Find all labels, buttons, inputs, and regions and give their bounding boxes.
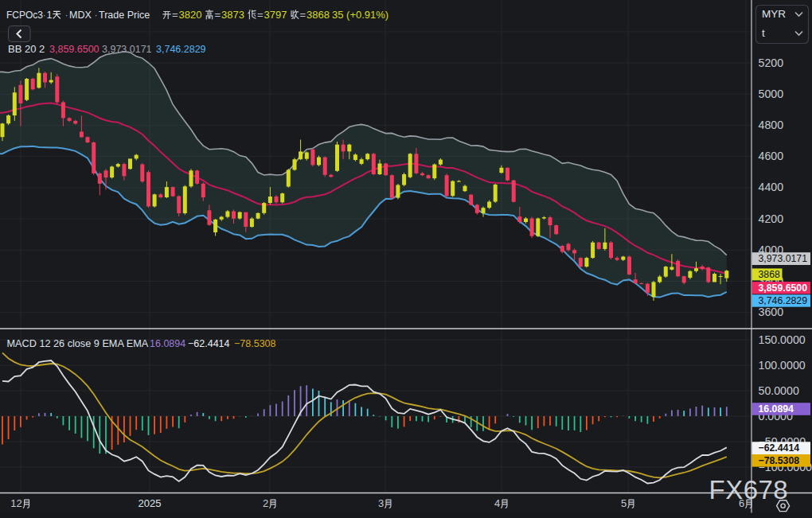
svg-text:t: t [762, 27, 765, 39]
svg-text:4200: 4200 [759, 212, 784, 225]
svg-text:35 (+0.91%): 35 (+0.91%) [332, 9, 388, 21]
svg-text:5200: 5200 [759, 56, 784, 69]
svg-text:=: = [257, 9, 264, 21]
svg-text:3600: 3600 [759, 306, 784, 318]
svg-text:16.0894: 16.0894 [759, 403, 794, 415]
svg-text:−78.5308: −78.5308 [234, 338, 276, 349]
svg-text:FX678: FX678 [709, 475, 789, 504]
svg-text:4: 4 [494, 497, 500, 509]
svg-text:1: 1 [47, 10, 53, 21]
svg-text:·: · [65, 10, 68, 21]
svg-text:−62.4414: −62.4414 [188, 338, 230, 349]
svg-text:·: · [43, 10, 46, 21]
svg-text:Trade Price: Trade Price [99, 10, 150, 21]
svg-text:=: = [300, 9, 306, 21]
svg-text:3,859.6500: 3,859.6500 [759, 282, 808, 294]
svg-text:3: 3 [378, 497, 384, 509]
svg-text:5000: 5000 [759, 88, 784, 100]
svg-text:MDX: MDX [69, 10, 92, 21]
svg-text:50.0000: 50.0000 [759, 384, 799, 397]
svg-text:3820: 3820 [179, 9, 202, 21]
svg-text:·: · [95, 10, 98, 21]
svg-text:=: = [172, 9, 178, 21]
svg-text:100.0000: 100.0000 [759, 359, 806, 372]
svg-text:12: 12 [10, 497, 21, 509]
svg-text:2025: 2025 [139, 497, 162, 509]
svg-text:3873: 3873 [221, 9, 244, 21]
svg-text:3868: 3868 [759, 269, 781, 280]
svg-text:3,859.6500: 3,859.6500 [49, 44, 100, 55]
svg-text:−78.5308: −78.5308 [759, 455, 800, 466]
svg-text:3,973.0171: 3,973.0171 [102, 44, 152, 55]
svg-text:3,973.0171: 3,973.0171 [759, 253, 808, 264]
svg-text:MACD 12 26 close 9 EMA EMA: MACD 12 26 close 9 EMA EMA [7, 338, 149, 349]
svg-text:150.0000: 150.0000 [759, 333, 806, 346]
svg-text:4600: 4600 [759, 150, 784, 162]
svg-text:4800: 4800 [759, 119, 784, 131]
svg-text:16.0894: 16.0894 [150, 338, 185, 349]
svg-text:4400: 4400 [759, 181, 784, 193]
svg-text:BB 20 2: BB 20 2 [8, 43, 45, 55]
svg-text:FCPOc3: FCPOc3 [6, 10, 43, 21]
svg-text:3,746.2829: 3,746.2829 [759, 295, 808, 306]
svg-text:2: 2 [263, 497, 268, 509]
svg-text:=: = [215, 9, 221, 21]
svg-text:3,746.2829: 3,746.2829 [156, 44, 206, 55]
svg-text:5: 5 [621, 497, 627, 509]
svg-text:−62.4414: −62.4414 [759, 442, 800, 454]
svg-text:3868: 3868 [306, 9, 330, 21]
svg-text:MYR: MYR [762, 8, 786, 20]
svg-text:3797: 3797 [264, 9, 287, 21]
